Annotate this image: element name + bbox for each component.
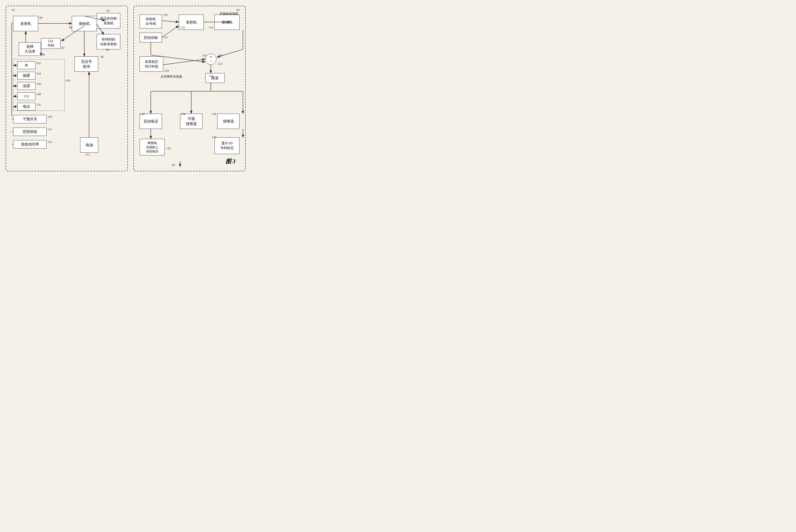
visible-beacon-box: 能见的信标 发射机 xyxy=(97,13,120,28)
label-96: 96 xyxy=(106,48,109,51)
left-diagram: 82 发射机 86 接收机 88 能见的信标 发射机 94 听得到的 信标发射机… xyxy=(5,5,128,171)
right-receiver-box: 接收机 xyxy=(214,15,240,30)
label-132: 132 xyxy=(163,35,168,39)
label-140: 140 xyxy=(140,112,145,116)
cellular-phone-label: 蜂窝电 话或陆上 顶讯电话 xyxy=(146,141,158,153)
label-126: 126 xyxy=(202,54,207,57)
label-124: 124 xyxy=(209,74,213,77)
visual-alarm-label: 可视 报警器 xyxy=(186,116,197,127)
label-110: 110 xyxy=(36,103,41,106)
label-102: 102 xyxy=(36,61,41,65)
label-118-right: 118 xyxy=(209,26,213,29)
figure-label: 图 3 xyxy=(226,158,235,165)
label-94: 94 xyxy=(106,9,109,12)
label-120: 120 xyxy=(218,54,223,57)
transmitter-label: 发射机 xyxy=(20,21,31,26)
right-receiver-label: 接收机 xyxy=(222,20,232,25)
plus-minus-symbol: +− xyxy=(210,55,212,64)
figure-text: 图 3 xyxy=(226,158,235,165)
label-108: 108 xyxy=(36,92,41,96)
svg-line-23 xyxy=(163,59,205,65)
large-power-negative-text: 大功率时为负值 xyxy=(160,75,182,78)
id-code-label: I.D. 号码 xyxy=(48,39,54,48)
temperature-box: 温度 xyxy=(17,82,36,90)
plus-minus-circle: +− xyxy=(205,54,216,65)
transmitter-id-box: 发射机 ID号码 xyxy=(139,15,162,28)
label-100: -100 xyxy=(65,79,70,82)
water-label: 水 xyxy=(24,63,28,68)
receiver-box: 接收机 xyxy=(72,16,97,31)
large-power-negative-label: 大功率时为负值 xyxy=(160,75,182,79)
water-box: 水 xyxy=(17,61,36,69)
display-id-box: 显示 ID 号码状态 xyxy=(214,137,240,154)
battery-label: 电池 xyxy=(86,142,93,148)
label-130: 130 xyxy=(163,13,168,17)
start-beacon-label: 启动信标 xyxy=(144,35,158,40)
activate-phone-label: 启动电话 xyxy=(144,119,158,124)
label-134: 134 xyxy=(181,112,185,116)
label-109: 109 xyxy=(48,115,52,118)
select-power-box: 选择 大功率 xyxy=(19,42,41,56)
panic-button-box: 恐慌按钮 xyxy=(13,128,46,136)
svg-line-18 xyxy=(162,21,179,22)
electric-shock-box: 电击 xyxy=(17,103,36,111)
received-field-label: 所接收的场强 xyxy=(220,12,238,16)
no-signal-pause-box: 无信号 暂停 xyxy=(75,56,98,72)
label-116: ~116 xyxy=(179,26,185,29)
right-transmitter-label: 发射机 xyxy=(186,20,197,25)
label-128: 128 xyxy=(164,69,169,72)
label-112: 112 xyxy=(48,128,52,131)
label-92: 92 xyxy=(61,46,64,50)
right-diagram: 84 发射机 ID号码 130 启动信标 132 发射机 ~116 接收机 11… xyxy=(133,5,246,171)
alarm-label: 报警器 xyxy=(223,119,234,124)
alarm-box: 报警器 xyxy=(217,114,240,129)
transmitter-id-label: 发射机 ID号码 xyxy=(146,17,156,26)
battery-box: 电池 xyxy=(80,137,98,153)
timer-box: 发射机区 间计时器 xyxy=(139,56,163,72)
label-104: 104 xyxy=(36,72,41,75)
electric-shock-label: 电击 xyxy=(23,104,30,109)
label-114: 114 xyxy=(48,140,52,144)
display-id-label: 显示 ID 号码状态 xyxy=(220,141,234,150)
transmitter-box: 发射机 xyxy=(13,16,38,31)
main-diagram: 82 发射机 86 接收机 88 能见的信标 发射机 94 听得到的 信标发射机… xyxy=(5,5,246,171)
temperature-label: 温度 xyxy=(23,83,30,89)
no-signal-pause-label: 无信号 暂停 xyxy=(81,59,92,69)
intervention-switch-label: 干预开关 xyxy=(23,117,37,122)
select-power-label: 选择 大功率 xyxy=(24,44,36,54)
label-106: 106 xyxy=(36,82,41,86)
received-field-text: 所接收的场强 xyxy=(220,12,238,15)
label-84-right: 84 xyxy=(236,8,240,12)
receiver-label: 接收机 xyxy=(79,21,90,26)
label-98: 98 xyxy=(100,55,103,58)
co-box: CO xyxy=(17,92,36,100)
low-battery-label: 低电池功率 xyxy=(21,142,39,147)
intervention-switch-box: 干预开关 xyxy=(13,115,46,124)
co-label: CO xyxy=(24,94,29,98)
label-86: 86 xyxy=(39,16,42,19)
label-136: 136 xyxy=(212,112,217,116)
label-82: 82 xyxy=(12,8,15,12)
low-battery-box: 低电池功率 xyxy=(13,140,46,149)
label-138: 138 xyxy=(212,135,217,139)
smoke-label: 烟雾 xyxy=(23,73,30,78)
activate-phone-box: 启动电话 xyxy=(139,114,162,129)
audible-beacon-label: 听得到的 信标发射机 xyxy=(100,37,117,46)
timer-label: 发射机区 间计时器 xyxy=(145,59,158,69)
id-code-box: I.D. 号码 xyxy=(41,38,61,49)
panic-button-label: 恐慌按钮 xyxy=(23,129,37,134)
audible-beacon-box: 听得到的 信标发射机 xyxy=(97,34,120,50)
cellular-phone-box: 蜂窝电 话或陆上 顶讯电话 xyxy=(139,139,165,155)
label-142: 142 xyxy=(166,147,171,150)
label-88: 88 xyxy=(69,26,72,29)
visible-beacon-label: 能见的信标 发射机 xyxy=(100,16,117,26)
label-80: 80 xyxy=(172,163,175,167)
start-beacon-box: 启动信标 xyxy=(139,33,162,42)
label-113: 113 xyxy=(85,153,90,156)
label-90: 90 xyxy=(42,53,45,56)
smoke-box: 烟雾 xyxy=(17,72,36,79)
label-122: 122 xyxy=(218,62,223,65)
visual-alarm-box: 可视 报警器 xyxy=(180,114,203,129)
